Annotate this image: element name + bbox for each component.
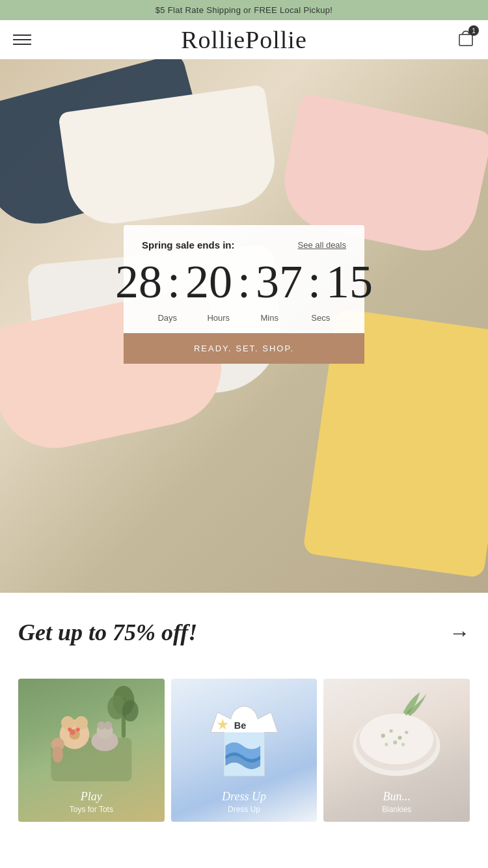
announcement-bar: $5 Flat Rate Shipping or FREE Local Pick… (0, 0, 488, 20)
svg-point-29 (394, 740, 398, 744)
label-mins: Mins (247, 313, 292, 323)
svg-rect-0 (459, 34, 472, 46)
countdown-days: 28 (113, 258, 165, 305)
svg-point-23 (360, 714, 433, 765)
cart-badge: 1 (468, 25, 479, 36)
category-play-label: Play Toys for Tots (18, 783, 165, 822)
blankies-illustration (323, 679, 470, 786)
svg-point-16 (122, 700, 139, 722)
category-blankies-label: Bun... Blankies (323, 783, 470, 822)
sale-title: Get up to 75% off! (18, 619, 197, 646)
category-play[interactable]: Play Toys for Tots (18, 679, 165, 822)
countdown-header: Spring sale ends in: See all deals (142, 239, 346, 251)
sale-section: Get up to 75% off! → (0, 593, 488, 666)
svg-point-18 (52, 746, 63, 763)
countdown-mins: 37 (253, 258, 305, 305)
category-blankies-name: Bun... (329, 790, 465, 804)
svg-point-26 (398, 736, 402, 740)
menu-line-3 (13, 44, 31, 45)
label-hours: Hours (196, 313, 241, 323)
separator-1: : (165, 258, 183, 305)
hero-section: Spring sale ends in: See all deals 28 : … (0, 59, 488, 593)
sale-arrow-button[interactable]: → (449, 621, 470, 645)
label-days: Days (144, 313, 190, 323)
svg-text:Be: Be (234, 720, 246, 731)
countdown-card: Spring sale ends in: See all deals 28 : … (124, 225, 364, 364)
category-blankies[interactable]: Bun... Blankies (323, 679, 470, 822)
separator-3: : (305, 258, 323, 305)
svg-point-3 (61, 716, 75, 730)
svg-point-28 (385, 742, 388, 746)
menu-button[interactable] (13, 34, 31, 45)
category-dressup-name: Dress Up (176, 790, 312, 804)
category-play-name: Play (23, 790, 159, 804)
svg-point-12 (104, 722, 112, 729)
svg-point-7 (76, 727, 80, 731)
countdown-title: Spring sale ends in: (142, 239, 235, 251)
category-dressup[interactable]: Be Dress Up Dress Up (171, 679, 318, 822)
categories-section: Play Toys for Tots Be Dress Up Dress Up (0, 666, 488, 822)
svg-point-8 (68, 727, 72, 731)
countdown-numbers: 28 : 20 : 37 : 15 (142, 258, 346, 305)
announcement-text: $5 Flat Rate Shipping or FREE Local Pick… (156, 5, 332, 15)
dressup-illustration: Be (171, 679, 318, 786)
svg-point-30 (401, 742, 405, 746)
shop-now-button[interactable]: READY. SET. SHOP. (124, 333, 364, 364)
header: RolliePollie 1 (0, 20, 488, 59)
cart-button[interactable]: 1 (457, 29, 475, 50)
toys-illustration (21, 684, 161, 785)
svg-point-25 (390, 729, 393, 733)
svg-point-27 (405, 731, 409, 734)
label-secs: Secs (298, 313, 344, 323)
category-dressup-label: Dress Up Dress Up (171, 783, 318, 822)
separator-2: : (235, 258, 253, 305)
menu-line-1 (13, 34, 31, 36)
site-logo[interactable]: RolliePollie (181, 25, 307, 54)
category-dressup-sub: Dress Up (176, 805, 312, 814)
countdown-secs: 15 (323, 258, 375, 305)
category-blankies-sub: Blankies (329, 805, 465, 814)
svg-point-24 (381, 734, 385, 738)
menu-line-2 (13, 39, 31, 40)
countdown-hours: 20 (183, 258, 235, 305)
svg-point-4 (75, 716, 88, 730)
see-all-deals-link[interactable]: See all deals (298, 240, 346, 250)
category-play-sub: Toys for Tots (23, 805, 159, 814)
countdown-labels: Days Hours Mins Secs (142, 310, 346, 323)
